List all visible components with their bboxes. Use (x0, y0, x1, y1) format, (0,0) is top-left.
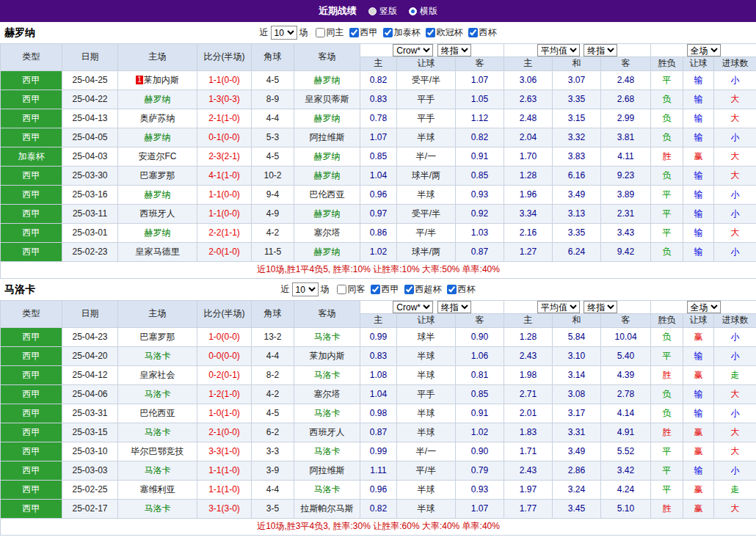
away-team-name: 马洛卡 (314, 408, 341, 418)
filter-league-欧冠杯[interactable]: 欧冠杯 (426, 26, 463, 39)
avg-home-odds: 2.71 (504, 385, 553, 404)
away-team-cell[interactable]: 西班牙人 (294, 423, 360, 442)
away-team-cell[interactable]: 赫罗纳 (294, 109, 360, 128)
home-team-cell[interactable]: 赫罗纳 (118, 128, 197, 147)
filter-same-side-checkbox[interactable] (337, 285, 346, 294)
away-team-cell[interactable]: 赫罗纳 (294, 205, 360, 224)
filter-league-欧冠杯-checkbox[interactable] (426, 28, 435, 37)
filter-league-西杯[interactable]: 西杯 (468, 26, 497, 39)
filter-league-西甲[interactable]: 西甲 (371, 283, 399, 296)
home-team-cell[interactable]: 赫罗纳 (118, 186, 197, 205)
avg-draw-odds: 2.86 (553, 461, 601, 481)
away-team-cell[interactable]: 拉斯帕尔马斯 (294, 500, 360, 519)
layout-vertical-radio[interactable]: 竖版 (368, 5, 397, 18)
home-team-name: 毕尔巴鄂竞技 (131, 446, 184, 456)
away-team-cell[interactable]: 马洛卡 (294, 366, 360, 385)
away-team-cell[interactable]: 赫罗纳 (294, 147, 360, 167)
filter-same-side-checkbox[interactable] (316, 28, 325, 37)
home-team-cell[interactable]: 西班牙人 (118, 205, 197, 224)
avg-home-odds: 1.96 (504, 186, 553, 205)
away-team-cell[interactable]: 马洛卡 (294, 328, 360, 347)
filter-league-加泰杯[interactable]: 加泰杯 (383, 26, 421, 39)
away-team-cell[interactable]: 马洛卡 (294, 442, 360, 461)
home-team-cell[interactable]: 奥萨苏纳 (118, 109, 197, 128)
odds-company-select[interactable]: Crow* (393, 44, 433, 56)
handicap-result: 输 (683, 128, 714, 147)
filter-league-西甲-checkbox[interactable] (349, 28, 359, 37)
filter-league-西甲[interactable]: 西甲 (349, 26, 378, 39)
home-team-cell[interactable]: 塞维利亚 (118, 481, 197, 500)
avg-odds-select[interactable]: 平均值 (537, 301, 580, 313)
col-crow-home: 主 (360, 314, 397, 328)
away-team-cell[interactable]: 塞尔塔 (294, 224, 360, 243)
goals-result: 小 (714, 404, 756, 423)
away-team-cell[interactable]: 皇家贝蒂斯 (294, 90, 360, 109)
scope-select[interactable]: 全场 (687, 301, 721, 313)
col-date: 日期 (62, 44, 118, 71)
home-team-cell[interactable]: 巴伦西亚 (118, 404, 197, 423)
odds-stage-select[interactable]: 终指 (437, 301, 471, 313)
home-team-cell[interactable]: 赫罗纳 (118, 224, 197, 243)
odds-company-select[interactable]: Crow* (393, 301, 433, 313)
crow-away-odds: 1.02 (456, 423, 504, 442)
match-count-select[interactable]: 10 (271, 26, 297, 40)
col-avg-home: 主 (504, 314, 553, 328)
away-team-cell[interactable]: 阿拉维斯 (294, 461, 360, 481)
home-team-cell[interactable]: 马洛卡 (118, 385, 197, 404)
match-count-select[interactable]: 10 (292, 282, 319, 296)
filter-league-加泰杯-checkbox[interactable] (383, 28, 393, 37)
date-cell: 25-04-20 (62, 347, 118, 366)
away-team-cell[interactable]: 阿拉维斯 (294, 128, 360, 147)
avg-away-odds: 4.14 (601, 404, 651, 423)
filter-league-西杯-checkbox[interactable] (447, 285, 457, 294)
avg-stage-select[interactable]: 终指 (584, 301, 617, 313)
home-team-cell[interactable]: 皇家社会 (118, 366, 197, 385)
avg-home-odds: 3.06 (504, 71, 553, 90)
home-team-name: 马洛卡 (145, 465, 171, 475)
home-team-cell[interactable]: 马洛卡 (118, 461, 197, 481)
filter-same-side[interactable]: 同客 (337, 283, 366, 296)
away-team-cell[interactable]: 马洛卡 (294, 404, 360, 423)
match-row: 西甲25-03-15马洛卡2-1(0-0)6-2西班牙人0.87半球1.021.… (1, 423, 756, 442)
league-cell: 西甲 (1, 71, 62, 90)
home-team-cell[interactable]: 马洛卡 (118, 347, 197, 366)
avg-draw-odds: 6.16 (553, 167, 601, 186)
score-cell: 1-0(0-0) (197, 328, 252, 347)
home-team-cell[interactable]: 巴塞罗那 (118, 167, 197, 186)
avg-home-odds: 2.04 (504, 128, 553, 147)
away-team-cell[interactable]: 巴伦西亚 (294, 186, 360, 205)
filter-league-西杯[interactable]: 西杯 (447, 283, 476, 296)
col-avg-away: 客 (601, 314, 651, 328)
home-team-cell[interactable]: 毕尔巴鄂竞技 (118, 442, 197, 461)
filter-league-西超杯[interactable]: 西超杯 (404, 283, 442, 296)
avg-odds-select[interactable]: 平均值 (537, 44, 580, 56)
filter-league-西甲-checkbox[interactable] (371, 285, 380, 294)
away-team-cell[interactable]: 赫罗纳 (294, 167, 360, 186)
home-team-cell[interactable]: 马洛卡 (118, 423, 197, 442)
avg-away-odds: 2.31 (601, 205, 651, 224)
home-team-cell[interactable]: 1莱加内斯 (118, 71, 197, 90)
away-team-cell[interactable]: 莱加内斯 (294, 347, 360, 366)
home-team-cell[interactable]: 皇家马德里 (118, 243, 197, 262)
away-team-cell[interactable]: 塞尔塔 (294, 385, 360, 404)
filter-league-西杯-checkbox[interactable] (468, 28, 478, 37)
scope-select[interactable]: 全场 (687, 44, 721, 56)
handicap-result: 赢 (683, 423, 714, 442)
handicap-result: 赢 (683, 500, 714, 519)
home-team-name: 塞维利亚 (140, 484, 175, 495)
avg-away-odds: 10.04 (601, 328, 651, 347)
filter-league-西超杯-checkbox[interactable] (404, 285, 414, 294)
home-team-cell[interactable]: 安道尔FC (118, 147, 197, 167)
team-section: 马洛卡 近 10 场 同客西甲西超杯西杯 类型 日期 主场 比分(半场) 角球 … (0, 279, 756, 536)
home-team-cell[interactable]: 巴塞罗那 (118, 328, 197, 347)
away-team-cell[interactable]: 马洛卡 (294, 481, 360, 500)
layout-horizontal-radio[interactable]: 横版 (409, 5, 437, 18)
away-team-cell[interactable]: 赫罗纳 (294, 71, 360, 90)
odds-stage-select[interactable]: 终指 (437, 44, 471, 56)
home-team-name: 奥萨苏纳 (140, 113, 175, 123)
home-team-cell[interactable]: 马洛卡 (118, 500, 197, 519)
filter-same-side[interactable]: 同主 (316, 26, 344, 39)
home-team-cell[interactable]: 赫罗纳 (118, 90, 197, 109)
away-team-cell[interactable]: 赫罗纳 (294, 243, 360, 262)
avg-stage-select[interactable]: 终指 (584, 44, 617, 56)
